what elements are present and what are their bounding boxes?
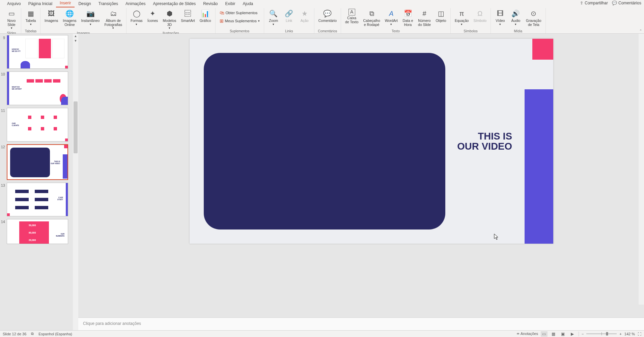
group-label-text: Texto: [392, 29, 400, 33]
share-button[interactable]: ⇪Compartilhar: [580, 1, 608, 5]
slide-stage[interactable]: THIS IS OUR VIDEO: [78, 34, 644, 317]
header-footer-button[interactable]: ⧉Cabeçalho e Rodapé: [362, 8, 382, 27]
slide-sorter-view-button[interactable]: ▦: [550, 331, 557, 337]
thumbnails-scrollbar[interactable]: ▲ ▼: [73, 34, 78, 330]
slide-thumbnail-13[interactable]: CASE STUDY: [7, 183, 68, 216]
purple-rectangle-shape[interactable]: [525, 89, 553, 244]
object-icon: ◫: [436, 9, 446, 18]
slide-thumbnail-11[interactable]: OUR CLIENTS: [7, 108, 68, 142]
chart-button[interactable]: 📊Gráfico: [198, 8, 213, 24]
audio-button[interactable]: 🔊Áudio▾: [509, 8, 523, 27]
photo-album-button[interactable]: 🗂Álbum de Fotografias▾: [103, 8, 123, 31]
images-icon: 🖼: [47, 9, 56, 18]
action-button: ★Ação: [298, 8, 311, 24]
group-slides: ▭Novo Slide▾ Slides: [2, 8, 21, 33]
fit-to-window-button[interactable]: ⛶: [638, 332, 641, 336]
pink-square-shape[interactable]: [532, 39, 553, 60]
get-addins-button[interactable]: 🛍Obter Suplementos: [218, 9, 259, 16]
my-addins-button[interactable]: ⊞Meus Suplementos ▾: [218, 18, 261, 24]
status-bar: Slide 12 de 36 ⧉ Espanhol (Espanha) ≐ An…: [0, 330, 644, 337]
images-online-icon: 🌐: [65, 9, 74, 18]
tab-ajuda[interactable]: Ajuda: [239, 0, 257, 7]
slide-number-button[interactable]: #Número do Slide: [417, 8, 432, 27]
date-time-button[interactable]: 📅Data e Hora: [401, 8, 415, 27]
slide-thumbnail-10[interactable]: WHAT DO WE OFFER?: [7, 71, 68, 105]
thumb-number: 10: [0, 71, 6, 76]
comment-button[interactable]: 💬Comentário: [317, 8, 338, 24]
screen-recording-button[interactable]: ⊙Gravação de Tela: [525, 8, 543, 27]
album-icon: 🗂: [109, 9, 118, 18]
group-label-symbols: Símbolos: [464, 29, 478, 33]
menu-tabs: Arquivo Página Inicial Inserir Design Tr…: [0, 0, 644, 7]
equation-button[interactable]: πEquação▾: [453, 8, 470, 27]
tab-transicoes[interactable]: Transições: [95, 0, 122, 7]
tab-inserir[interactable]: Inserir: [56, 0, 75, 7]
smartart-icon: ⿳: [183, 9, 193, 18]
comment-bubble-icon: 💬: [323, 9, 332, 18]
thumb-number: 11: [0, 108, 6, 113]
collapse-ribbon-button[interactable]: ⌃: [639, 29, 642, 33]
shapes-button[interactable]: ◯Formas▾: [129, 8, 144, 27]
notes-placeholder[interactable]: Clique para adicionar anotações: [78, 317, 644, 330]
video-icon: 🎞: [496, 9, 505, 18]
wordart-icon: A: [387, 9, 396, 18]
textbox-button[interactable]: ACaixa de Texto: [344, 8, 360, 25]
accessibility-icon[interactable]: ⧉: [31, 332, 34, 336]
video-button[interactable]: 🎞Vídeo▾: [494, 8, 507, 27]
notes-toggle[interactable]: ≐ Anotações: [516, 332, 538, 336]
group-label-comments: Comentários: [318, 29, 337, 33]
images-button[interactable]: 🖼Imagens: [43, 8, 59, 24]
scroll-up-icon[interactable]: ▲: [73, 34, 78, 38]
link-button: 🔗Link: [282, 8, 296, 24]
group-label-media: Mídia: [514, 29, 522, 33]
date-icon: 📅: [403, 9, 413, 18]
icons-icon: ✦: [148, 9, 158, 18]
screenshot-icon: 📷: [86, 9, 95, 18]
group-label-tables: Tabelas: [25, 29, 36, 33]
zoom-slider[interactable]: [586, 333, 617, 334]
normal-view-button[interactable]: ▭: [541, 331, 548, 337]
zoom-percentage[interactable]: 142 %: [624, 332, 635, 336]
tab-exibir[interactable]: Exibir: [222, 0, 239, 7]
slide-thumbnail-14[interactable]: 50,000 80,000 20,000 OUR NUMBERS: [7, 219, 68, 244]
images-online-button[interactable]: 🌐Imagens Online: [61, 8, 78, 27]
wordart-button[interactable]: AWordArt▾: [384, 8, 399, 27]
slide-title[interactable]: THIS IS OUR VIDEO: [457, 131, 512, 152]
slide[interactable]: THIS IS OUR VIDEO: [190, 39, 553, 244]
slide-thumbnail-9[interactable]: HOW DO WE DO IT?: [7, 35, 68, 69]
new-slide-button[interactable]: ▭Novo Slide▾: [5, 8, 18, 31]
comment-icon: 💬: [612, 1, 617, 5]
thumb-number: 13: [0, 183, 6, 187]
cube-icon: ⬢: [165, 9, 174, 18]
table-button[interactable]: ▦Tabela▾: [24, 8, 37, 27]
canvas-scrollbar[interactable]: [639, 34, 644, 305]
zoom-button[interactable]: 🔍Zoom▾: [267, 8, 280, 27]
header-footer-icon: ⧉: [367, 9, 376, 18]
tab-arquivo[interactable]: Arquivo: [3, 0, 25, 7]
comments-button[interactable]: 💬Comentários: [612, 1, 641, 5]
slide-indicator: Slide 12 de 36: [3, 332, 26, 336]
icons-button[interactable]: ✦Ícones: [146, 8, 160, 24]
slide-thumbnail-12[interactable]: THIS IS OUR VIDEO: [7, 144, 68, 180]
zoom-out-button[interactable]: −: [582, 332, 584, 336]
slideshow-view-button[interactable]: ▶: [569, 331, 576, 337]
language-indicator[interactable]: Espanhol (Espanha): [38, 332, 72, 336]
addins-icon: ⊞: [220, 18, 224, 24]
tab-animacoes[interactable]: Animações: [122, 0, 149, 7]
tab-revisao[interactable]: Revisão: [199, 0, 221, 7]
screen-recording-icon: ⊙: [529, 9, 538, 18]
zoom-icon: 🔍: [269, 9, 278, 18]
symbol-icon: Ω: [475, 9, 485, 18]
tab-design[interactable]: Design: [75, 0, 94, 7]
video-placeholder[interactable]: [204, 53, 445, 229]
reading-view-button[interactable]: ▣: [560, 331, 566, 337]
screenshot-button[interactable]: 📷Instantâneo▾: [80, 8, 101, 27]
tab-pagina-inicial[interactable]: Página Inicial: [25, 0, 56, 7]
zoom-in-button[interactable]: +: [619, 332, 621, 336]
smartart-button[interactable]: ⿳SmartArt: [179, 8, 196, 24]
store-icon: 🛍: [220, 10, 224, 16]
tab-apresentacao[interactable]: Apresentação de Slides: [149, 0, 199, 7]
models-3d-button[interactable]: ⬢Modelos 3D▾: [162, 8, 178, 31]
group-tables: ▦Tabela▾ Tabelas: [21, 8, 40, 33]
object-button[interactable]: ◫Objeto: [434, 8, 448, 24]
